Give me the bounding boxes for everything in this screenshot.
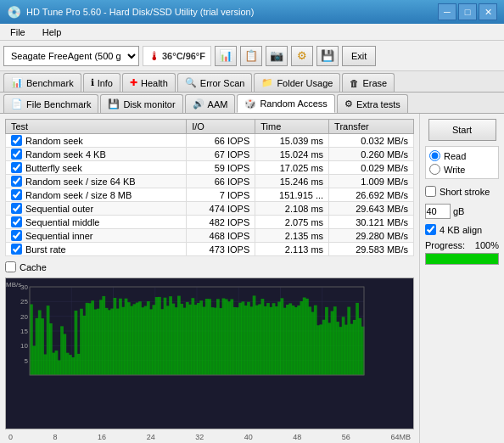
toolbar-btn-1[interactable]: 📊 bbox=[215, 46, 237, 66]
menu-help[interactable]: Help bbox=[39, 26, 65, 38]
toolbar-btn-3[interactable]: 📷 bbox=[266, 46, 288, 66]
row-checkbox[interactable] bbox=[11, 162, 22, 173]
toolbar-btn-4[interactable]: ⚙ bbox=[291, 46, 313, 66]
test-name-cell: Sequential inner bbox=[6, 229, 187, 243]
row-checkbox[interactable] bbox=[11, 176, 22, 187]
table-row: Random seek / size 8 MB 7 IOPS 151.915 .… bbox=[6, 188, 414, 202]
tab-aam[interactable]: 🔊 AAM bbox=[185, 94, 236, 113]
minimize-button[interactable]: ─ bbox=[438, 3, 456, 20]
row-checkbox[interactable] bbox=[11, 189, 22, 200]
row-checkbox[interactable] bbox=[11, 149, 22, 160]
progress-bar-fill bbox=[426, 254, 498, 264]
row-checkbox[interactable] bbox=[11, 203, 22, 214]
extra-tests-icon: ⚙ bbox=[344, 98, 353, 109]
table-row: Random seek 66 IOPS 15.039 ms 0.032 MB/s bbox=[6, 134, 414, 148]
io-cell: 474 IOPS bbox=[187, 202, 255, 216]
tab-benchmark[interactable]: 📊 Benchmark bbox=[3, 73, 81, 92]
disk-monitor-icon: 💾 bbox=[108, 98, 120, 109]
start-button[interactable]: Start bbox=[428, 119, 496, 141]
progress-section: Progress: 100% bbox=[425, 240, 499, 265]
chart-area bbox=[5, 278, 414, 429]
tab-file-benchmark[interactable]: 📄 File Benchmark bbox=[3, 94, 98, 113]
maximize-button[interactable]: □ bbox=[458, 3, 477, 20]
io-cell: 468 IOPS bbox=[187, 229, 255, 243]
tab-extra-tests[interactable]: ⚙ Extra tests bbox=[337, 94, 408, 113]
write-label: Write bbox=[444, 165, 465, 175]
table-row: Butterfly seek 59 IOPS 17.025 ms 0.029 M… bbox=[6, 161, 414, 175]
transfer-cell: 1.009 MB/s bbox=[329, 175, 414, 188]
row-checkbox[interactable] bbox=[11, 135, 22, 146]
menu-bar: File Help bbox=[0, 24, 504, 41]
toolbar-btn-2[interactable]: 📋 bbox=[240, 46, 262, 66]
transfer-cell: 29.583 MB/s bbox=[329, 243, 414, 256]
io-cell: 66 IOPS bbox=[187, 175, 255, 188]
erase-icon: 🗑 bbox=[350, 78, 359, 88]
tab-bar-row1: 📊 Benchmark ℹ Info ✚ Health 🔍 Error Scan… bbox=[0, 71, 504, 93]
time-cell: 17.025 ms bbox=[255, 161, 329, 175]
col-header-io: I/O bbox=[187, 120, 255, 134]
col-header-transfer: Transfer bbox=[329, 120, 414, 134]
progress-bar bbox=[425, 253, 499, 265]
row-checkbox[interactable] bbox=[11, 230, 22, 241]
right-panel: Start Read Write Short stroke 40 gB 4 KB… bbox=[419, 114, 504, 443]
transfer-cell: 26.692 MB/s bbox=[329, 188, 414, 202]
tab-health[interactable]: ✚ Health bbox=[122, 73, 176, 92]
left-panel: Test I/O Time Transfer Random seek 66 IO… bbox=[0, 114, 419, 443]
test-name: Random seek bbox=[25, 136, 83, 146]
close-button[interactable]: ✕ bbox=[479, 3, 497, 20]
time-cell: 2.135 ms bbox=[255, 229, 329, 243]
table-row: Random seek 4 KB 67 IOPS 15.024 ms 0.260… bbox=[6, 148, 414, 161]
col-header-test: Test bbox=[6, 120, 187, 134]
temperature-display: 🌡 36°C/96°F bbox=[143, 46, 211, 66]
time-cell: 15.039 ms bbox=[255, 134, 329, 148]
benchmark-icon: 📊 bbox=[11, 77, 23, 88]
transfer-cell: 29.280 MB/s bbox=[329, 229, 414, 243]
table-row: Random seek / size 64 KB 66 IOPS 15.246 … bbox=[6, 175, 414, 188]
results-table: Test I/O Time Transfer Random seek 66 IO… bbox=[5, 119, 414, 256]
drive-select[interactable]: Seagate FreeAgent (500 gB) bbox=[3, 46, 139, 66]
transfer-cell: 29.643 MB/s bbox=[329, 202, 414, 216]
progress-label-text: Progress: bbox=[425, 240, 465, 250]
io-cell: 67 IOPS bbox=[187, 148, 255, 161]
test-name: Random seek 4 KB bbox=[25, 149, 106, 160]
io-cell: 473 IOPS bbox=[187, 243, 255, 256]
test-name-cell: Sequential middle bbox=[6, 216, 187, 229]
gb-label: gB bbox=[453, 206, 464, 216]
write-radio[interactable] bbox=[429, 164, 440, 175]
tab-random-access[interactable]: 🎲 Random Access bbox=[237, 94, 334, 113]
time-cell: 2.113 ms bbox=[255, 243, 329, 256]
cache-label: Cache bbox=[20, 262, 47, 272]
short-stroke-input[interactable]: 40 bbox=[425, 204, 451, 219]
transfer-cell: 0.029 MB/s bbox=[329, 161, 414, 175]
progress-value: 100% bbox=[475, 240, 499, 250]
test-name: Butterfly seek bbox=[25, 163, 82, 173]
table-row: Sequential inner 468 IOPS 2.135 ms 29.28… bbox=[6, 229, 414, 243]
row-checkbox[interactable] bbox=[11, 244, 22, 255]
health-icon: ✚ bbox=[130, 77, 137, 88]
menu-file[interactable]: File bbox=[7, 26, 29, 38]
toolbar-btn-save[interactable]: 💾 bbox=[316, 46, 339, 66]
short-stroke-checkbox[interactable] bbox=[425, 186, 436, 197]
tab-disk-monitor[interactable]: 💾 Disk monitor bbox=[100, 94, 182, 113]
tab-info[interactable]: ℹ Info bbox=[83, 73, 120, 92]
cache-checkbox[interactable] bbox=[5, 261, 16, 272]
test-name-cell: Butterfly seek bbox=[6, 161, 187, 175]
table-row: Burst rate 473 IOPS 2.113 ms 29.583 MB/s bbox=[6, 243, 414, 256]
read-radio[interactable] bbox=[429, 150, 440, 161]
thermometer-icon: 🌡 bbox=[148, 49, 160, 63]
tab-error-scan[interactable]: 🔍 Error Scan bbox=[177, 73, 253, 92]
row-checkbox[interactable] bbox=[11, 216, 22, 227]
tab-folder-usage[interactable]: 📁 Folder Usage bbox=[254, 73, 340, 92]
tab-erase[interactable]: 🗑 Erase bbox=[342, 73, 395, 92]
error-scan-icon: 🔍 bbox=[185, 77, 197, 88]
test-name: Sequential middle bbox=[25, 217, 99, 227]
test-name: Random seek / size 8 MB bbox=[25, 190, 132, 200]
io-cell: 66 IOPS bbox=[187, 134, 255, 148]
window-title: HD Tune Pro 5.60 - Hard Disk/SSD Utility… bbox=[26, 7, 254, 17]
kb-align-checkbox[interactable] bbox=[425, 224, 436, 235]
read-label: Read bbox=[444, 151, 466, 161]
app-icon: 💿 bbox=[7, 5, 21, 19]
transfer-cell: 30.121 MB/s bbox=[329, 216, 414, 229]
exit-button[interactable]: Exit bbox=[342, 46, 376, 66]
table-row: Sequential middle 482 IOPS 2.075 ms 30.1… bbox=[6, 216, 414, 229]
